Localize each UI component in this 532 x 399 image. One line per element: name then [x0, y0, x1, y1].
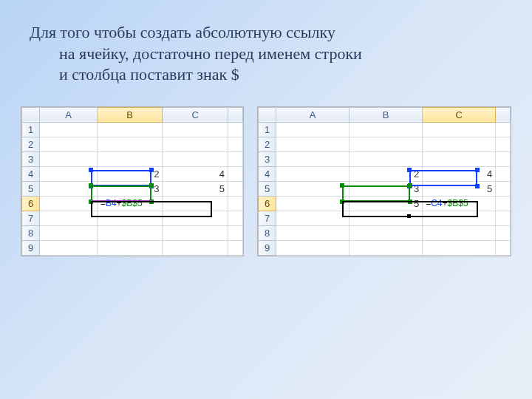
cell[interactable] — [349, 151, 423, 166]
cell[interactable] — [163, 196, 228, 211]
row-header[interactable]: 5 — [259, 181, 276, 196]
row-header[interactable]: 2 — [22, 137, 40, 151]
cell[interactable] — [228, 151, 243, 166]
cell-b4[interactable]: 2 — [97, 166, 163, 181]
cell[interactable] — [97, 137, 163, 151]
cell[interactable] — [276, 122, 349, 137]
row-header[interactable]: 1 — [22, 122, 40, 137]
cell[interactable] — [276, 211, 349, 225]
col-header-b[interactable]: B — [349, 107, 423, 122]
cell[interactable] — [496, 122, 511, 137]
cell[interactable] — [349, 137, 423, 151]
corner-cell[interactable] — [259, 107, 276, 122]
cell-b6[interactable]: 5 — [349, 196, 423, 211]
cell[interactable] — [423, 240, 496, 255]
col-header-extra[interactable] — [228, 107, 243, 122]
cell[interactable] — [228, 240, 243, 255]
cell[interactable] — [40, 225, 98, 240]
cell[interactable] — [163, 225, 228, 240]
row-header[interactable]: 4 — [259, 166, 276, 181]
col-header-b[interactable]: B — [97, 107, 163, 122]
cell[interactable] — [40, 151, 98, 166]
cell[interactable] — [97, 151, 163, 166]
row-header[interactable]: 9 — [22, 240, 40, 255]
cell[interactable] — [276, 240, 349, 255]
cell[interactable] — [228, 166, 243, 181]
cell[interactable] — [423, 211, 496, 225]
cell[interactable] — [496, 225, 511, 240]
cell[interactable] — [228, 211, 243, 225]
cell[interactable] — [97, 122, 163, 137]
cell[interactable] — [496, 196, 511, 211]
cell[interactable] — [163, 211, 228, 225]
col-header-a[interactable]: A — [40, 107, 98, 122]
cell-b5[interactable]: 3 — [97, 181, 163, 196]
cell-c5[interactable]: 5 — [423, 181, 496, 196]
cell[interactable] — [349, 211, 423, 225]
cell[interactable] — [276, 151, 349, 166]
cell[interactable] — [228, 225, 243, 240]
cell[interactable] — [349, 240, 423, 255]
row-header[interactable]: 3 — [22, 151, 40, 166]
cell-c5[interactable]: 5 — [163, 181, 228, 196]
cell[interactable] — [496, 166, 511, 181]
row-header[interactable]: 5 — [22, 181, 40, 196]
col-header-c[interactable]: C — [163, 107, 228, 122]
fill-handle-icon[interactable] — [407, 214, 411, 218]
cell[interactable] — [496, 240, 511, 255]
row-header[interactable]: 1 — [259, 122, 276, 137]
cell[interactable] — [228, 181, 243, 196]
cell[interactable] — [423, 225, 496, 240]
row-header[interactable]: 3 — [259, 151, 276, 166]
row-header[interactable]: 6 — [22, 196, 40, 211]
cell[interactable] — [40, 137, 98, 151]
row-header[interactable]: 8 — [259, 225, 276, 240]
col-header-c[interactable]: C — [423, 107, 496, 122]
cell[interactable] — [423, 137, 496, 151]
cell[interactable] — [40, 196, 98, 211]
row-header[interactable]: 9 — [259, 240, 276, 255]
cell[interactable] — [97, 211, 163, 225]
cell-c4[interactable]: 4 — [423, 166, 496, 181]
cell[interactable] — [163, 122, 228, 137]
row-header[interactable]: 6 — [259, 196, 276, 211]
cell[interactable] — [163, 240, 228, 255]
cell[interactable] — [40, 181, 98, 196]
row-header[interactable]: 7 — [22, 211, 40, 225]
cell[interactable] — [40, 240, 98, 255]
cell[interactable] — [40, 122, 98, 137]
col-header-extra[interactable] — [496, 107, 511, 122]
corner-cell[interactable] — [22, 107, 40, 122]
cell[interactable] — [496, 211, 511, 225]
cell-c4[interactable]: 4 — [163, 166, 228, 181]
cell-b6-formula[interactable]: =B4+$B$5 — [97, 196, 163, 211]
cell[interactable] — [349, 225, 423, 240]
cell[interactable] — [349, 122, 423, 137]
cell[interactable] — [276, 166, 349, 181]
cell[interactable] — [40, 166, 98, 181]
cell[interactable] — [276, 225, 349, 240]
cell[interactable] — [276, 196, 349, 211]
row-header[interactable]: 8 — [22, 225, 40, 240]
cell[interactable] — [496, 151, 511, 166]
cell[interactable] — [228, 137, 243, 151]
col-header-a[interactable]: A — [276, 107, 349, 122]
cell[interactable] — [97, 240, 163, 255]
cell[interactable] — [496, 181, 511, 196]
cell-b5[interactable]: 3 — [349, 181, 423, 196]
row-header[interactable]: 2 — [259, 137, 276, 151]
row-header[interactable]: 7 — [259, 211, 276, 225]
cell[interactable] — [423, 122, 496, 137]
cell[interactable] — [40, 211, 98, 225]
row-header[interactable]: 4 — [22, 166, 40, 181]
cell-c6-formula[interactable]: =C4+$B$5 — [423, 196, 496, 211]
cell-b4[interactable]: 2 — [349, 166, 423, 181]
cell[interactable] — [496, 137, 511, 151]
cell[interactable] — [228, 122, 243, 137]
cell[interactable] — [228, 196, 243, 211]
cell[interactable] — [97, 225, 163, 240]
cell[interactable] — [276, 137, 349, 151]
cell[interactable] — [276, 181, 349, 196]
cell[interactable] — [163, 151, 228, 166]
cell[interactable] — [423, 151, 496, 166]
